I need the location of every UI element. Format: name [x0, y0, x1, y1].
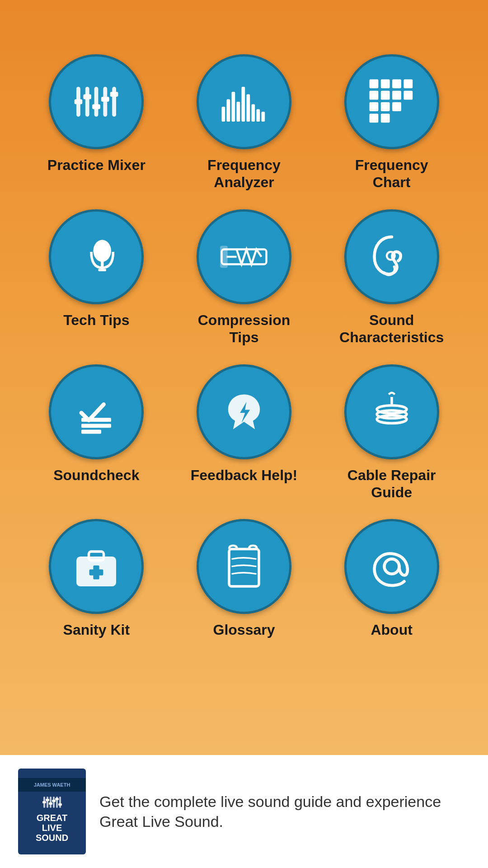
feedback-help-button[interactable]	[197, 364, 291, 459]
footer-promo-text: Get the complete live sound guide and ex…	[99, 792, 470, 831]
svg-rect-54	[50, 797, 52, 808]
frequency-analyzer-label: FrequencyAnalyzer	[207, 156, 281, 191]
svg-rect-60	[49, 802, 52, 805]
main-grid: Practice Mixer FrequencyAnalyzer Frequen…	[0, 0, 488, 666]
cable-repair-button[interactable]	[344, 364, 439, 459]
svg-rect-61	[52, 800, 56, 802]
firstaid-icon	[71, 542, 121, 591]
sound-characteristics-button[interactable]	[344, 209, 439, 304]
compression-icon	[219, 232, 269, 282]
book-title: GREATLIVESOUND	[33, 810, 71, 845]
grid-item-frequency-analyzer[interactable]: FrequencyAnalyzer	[175, 54, 314, 191]
soundcheck-label: Soundcheck	[53, 467, 139, 484]
frequency-analyzer-button[interactable]	[197, 54, 291, 149]
glossary-button[interactable]	[197, 519, 291, 614]
book-mixer-icon	[42, 794, 62, 810]
tech-tips-button[interactable]	[49, 209, 144, 304]
feedback-help-label: Feedback Help!	[191, 467, 298, 484]
tech-tips-label: Tech Tips	[63, 311, 129, 329]
compression-tips-button[interactable]	[197, 209, 291, 304]
practice-mixer-button[interactable]	[49, 54, 144, 149]
cable-repair-label: Cable RepairGuide	[347, 467, 436, 501]
svg-rect-59	[46, 799, 49, 801]
grid-item-about[interactable]: About	[322, 519, 461, 638]
frequency-chart-button[interactable]	[344, 54, 439, 149]
svg-rect-62	[55, 798, 59, 800]
book-author: JAMES WAETH	[34, 782, 70, 788]
frequency-chart-label: FrequencyChart	[355, 156, 428, 191]
svg-rect-57	[59, 797, 61, 808]
book-cover[interactable]: JAMES WAETH GREATLIVESOUND	[18, 769, 86, 854]
svg-rect-55	[53, 797, 55, 808]
grid-item-compression-tips[interactable]: CompressionTips	[175, 209, 314, 346]
feedback-icon	[219, 387, 269, 437]
mixer-icon	[71, 77, 121, 127]
grid-item-cable-repair[interactable]: Cable RepairGuide	[322, 364, 461, 501]
svg-rect-58	[42, 801, 46, 803]
at-icon	[367, 542, 417, 591]
grid-item-glossary[interactable]: Glossary	[175, 519, 314, 638]
grid-item-soundcheck[interactable]: Soundcheck	[27, 364, 166, 501]
compression-tips-label: CompressionTips	[198, 311, 290, 346]
footer-banner[interactable]: JAMES WAETH GREATLIVESOUND Get the compl…	[0, 755, 488, 868]
grid-item-practice-mixer[interactable]: Practice Mixer	[27, 54, 166, 191]
frequency-chart-icon	[367, 77, 417, 127]
frequency-analyzer-icon	[219, 77, 269, 127]
book-icon	[219, 542, 269, 591]
sanity-kit-button[interactable]	[49, 519, 144, 614]
grid-item-feedback-help[interactable]: Feedback Help!	[175, 364, 314, 501]
grid-item-frequency-chart[interactable]: FrequencyChart	[322, 54, 461, 191]
practice-mixer-label: Practice Mixer	[47, 156, 145, 174]
about-label: About	[371, 621, 412, 638]
sanity-kit-label: Sanity Kit	[63, 621, 130, 638]
svg-rect-63	[58, 803, 62, 806]
grid-item-tech-tips[interactable]: Tech Tips	[27, 209, 166, 346]
sound-characteristics-label: SoundCharacteristics	[339, 311, 444, 346]
grid-item-sound-characteristics[interactable]: SoundCharacteristics	[322, 209, 461, 346]
about-button[interactable]	[344, 519, 439, 614]
ear-icon	[367, 232, 417, 282]
cable-icon	[367, 387, 417, 437]
svg-rect-53	[47, 797, 48, 808]
soundcheck-button[interactable]	[49, 364, 144, 459]
glossary-label: Glossary	[213, 621, 275, 638]
soundcheck-icon	[71, 387, 121, 437]
microphone-icon	[71, 232, 121, 282]
grid-item-sanity-kit[interactable]: Sanity Kit	[27, 519, 166, 638]
book-band: JAMES WAETH	[18, 778, 86, 792]
